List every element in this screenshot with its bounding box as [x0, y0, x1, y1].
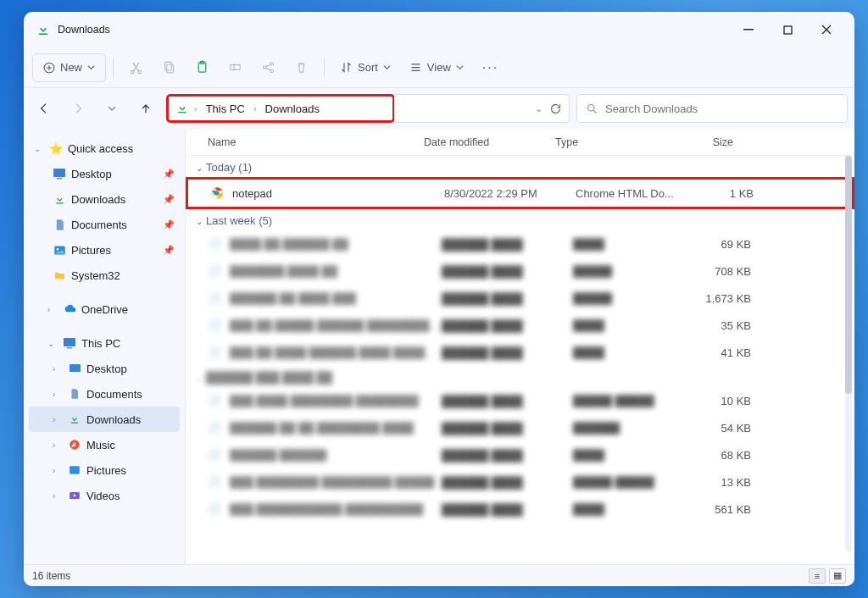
folder-icon [53, 269, 66, 282]
sidebar-this-pc[interactable]: ⌄This PC [29, 330, 180, 356]
sidebar-pc-videos[interactable]: ›Videos [29, 483, 180, 508]
paste-button[interactable] [186, 53, 218, 82]
desktop-icon [68, 362, 81, 375]
pin-icon: 📌 [163, 245, 175, 256]
search-box[interactable] [576, 94, 848, 123]
svg-rect-22 [70, 466, 80, 473]
col-type[interactable]: Type [555, 136, 665, 148]
sidebar-item-pictures[interactable]: Pictures📌 [29, 237, 180, 263]
nav-row: › This PC › Downloads ⌄ [24, 88, 854, 129]
group-today[interactable]: ⌄Today (1) [186, 156, 854, 177]
column-headers[interactable]: Name Date modified Type Size [186, 129, 854, 156]
recent-dropdown[interactable] [98, 95, 125, 122]
file-size: 1 KB [686, 187, 754, 200]
sidebar-pc-downloads[interactable]: ›Downloads [29, 407, 180, 432]
sidebar-pc-pictures[interactable]: ›Pictures [29, 457, 180, 483]
documents-icon [53, 218, 66, 231]
file-row[interactable]: 📄███ ███████████ ████████████████ ██████… [186, 496, 854, 523]
chevron-down-icon[interactable]: ⌄ [535, 103, 542, 114]
sidebar-pc-music[interactable]: ›Music [29, 432, 180, 457]
forward-button[interactable] [64, 95, 92, 122]
star-icon: ⭐ [49, 141, 63, 155]
svg-point-4 [138, 70, 142, 74]
chevron-right-icon: › [253, 103, 257, 114]
file-name: notepad [232, 187, 444, 200]
file-row[interactable]: 📄██████ ██ ██ ████████ ██████████ ██████… [186, 414, 854, 441]
downloads-icon [68, 413, 81, 426]
svg-rect-5 [165, 62, 172, 70]
group-last-week[interactable]: ⌄Last week (5) [186, 209, 854, 230]
file-type: Chrome HTML Do... [576, 187, 686, 200]
breadcrumb-downloads[interactable]: Downloads [262, 101, 323, 117]
chrome-icon [210, 186, 225, 200]
icons-view-icon[interactable]: ▦ [829, 568, 846, 584]
maximize-button[interactable] [768, 16, 807, 43]
downloads-icon [53, 192, 66, 206]
sidebar: ⌄⭐Quick access Desktop📌 Downloads📌 Docum… [24, 129, 185, 564]
search-input[interactable] [605, 102, 838, 115]
pc-icon [63, 336, 76, 350]
svg-rect-0 [743, 29, 754, 30]
svg-rect-9 [231, 65, 240, 70]
svg-rect-18 [64, 338, 75, 346]
svg-point-17 [56, 248, 58, 251]
address-bar[interactable]: › This PC › Downloads [166, 94, 395, 123]
window-title: Downloads [58, 24, 110, 36]
refresh-button[interactable] [549, 102, 562, 115]
group-earlier[interactable]: ⌄██████ ███ ████ ██ [186, 366, 854, 387]
sidebar-item-desktop[interactable]: Desktop📌 [29, 161, 180, 186]
file-row[interactable]: 📄███████ ████ ████████ █████████708 KB [186, 257, 854, 285]
address-bar-extension[interactable]: ⌄ [394, 94, 570, 123]
file-explorer-window: Downloads New Sort View · [24, 12, 854, 586]
sidebar-item-system32[interactable]: System32 [29, 263, 180, 288]
minimize-button[interactable] [729, 16, 768, 43]
svg-point-13 [588, 104, 595, 111]
details-view-icon[interactable]: ≡ [809, 568, 826, 584]
file-row[interactable]: 📄███ ████ ████████ ██████████████ ██████… [186, 387, 854, 414]
file-date: 8/30/2022 2:29 PM [444, 187, 576, 200]
scrollbar-thumb[interactable] [845, 156, 852, 394]
sidebar-item-downloads[interactable]: Downloads📌 [29, 186, 180, 212]
sidebar-item-documents[interactable]: Documents📌 [29, 212, 180, 237]
cut-button [120, 53, 152, 82]
sort-button[interactable]: Sort [331, 53, 399, 82]
scrollbar[interactable] [845, 156, 852, 552]
svg-point-3 [131, 70, 134, 74]
file-row[interactable]: 📄██████ ████████████ ████████68 KB [186, 441, 854, 468]
share-button [253, 53, 284, 82]
new-button[interactable]: New [32, 53, 106, 82]
file-row[interactable]: 📄███ ██ ████ ██████ ████ █████████████ █… [186, 339, 854, 366]
music-icon [68, 438, 81, 451]
svg-rect-19 [67, 347, 72, 349]
view-button[interactable]: View [401, 53, 472, 82]
desktop-icon [53, 167, 66, 180]
file-list[interactable]: ⌄Today (1) notepad 8/30/2022 2:29 PM Chr… [186, 156, 854, 564]
svg-rect-15 [57, 178, 62, 180]
copy-button [153, 53, 185, 82]
file-row[interactable]: 📄██████ ██ ████ █████████ █████████1,673… [186, 285, 854, 312]
pin-icon: 📌 [163, 194, 175, 205]
file-row[interactable]: 📄███ ██ █████ ██████ █████████████████ █… [186, 312, 854, 339]
pictures-icon [53, 243, 66, 257]
svg-rect-14 [53, 169, 65, 177]
file-row[interactable]: 📄████ ██ ██████ ████████ ████████69 KB [186, 230, 854, 257]
file-row[interactable]: notepad 8/30/2022 2:29 PM Chrome HTML Do… [186, 177, 854, 209]
file-list-panel: Name Date modified Type Size ⌄Today (1) … [185, 129, 854, 564]
search-icon [586, 102, 598, 115]
sidebar-pc-desktop[interactable]: ›Desktop [29, 356, 180, 381]
file-row[interactable]: 📄███ ████████ █████████ ███████████ ████… [186, 468, 854, 496]
sidebar-quick-access[interactable]: ⌄⭐Quick access [29, 136, 180, 161]
up-button[interactable] [132, 95, 159, 122]
close-button[interactable] [807, 16, 846, 43]
titlebar[interactable]: Downloads [24, 12, 854, 47]
col-name[interactable]: Name [208, 136, 424, 148]
sidebar-pc-documents[interactable]: ›Documents [29, 381, 180, 407]
sidebar-onedrive[interactable]: ›OneDrive [29, 296, 180, 322]
breadcrumb-this-pc[interactable]: This PC [203, 101, 248, 117]
onedrive-icon [63, 302, 76, 316]
col-size[interactable]: Size [665, 136, 733, 148]
rename-button [220, 53, 251, 82]
back-button[interactable] [31, 95, 58, 122]
more-button[interactable]: ··· [474, 53, 507, 82]
col-date[interactable]: Date modified [424, 136, 555, 148]
